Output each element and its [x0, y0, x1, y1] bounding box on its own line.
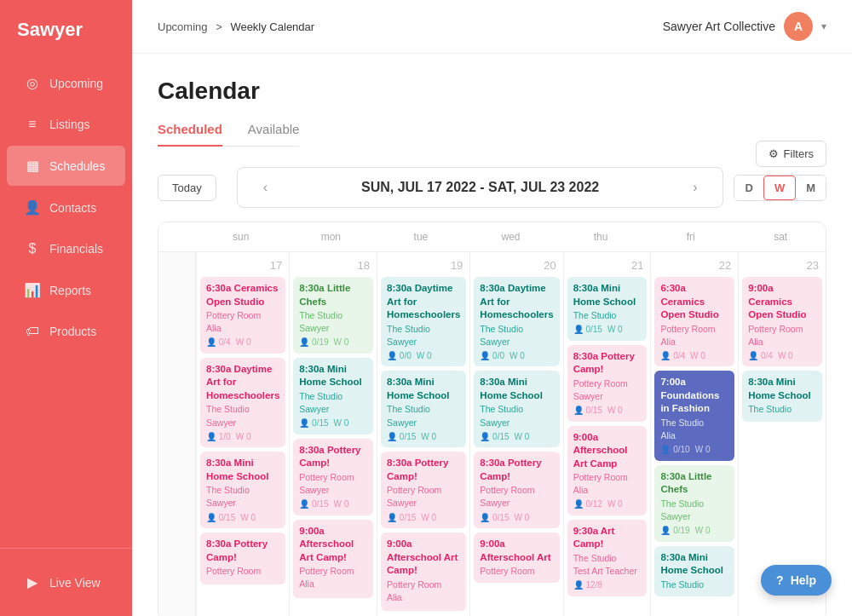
- breadcrumb: Upcoming > Weekly Calendar: [158, 20, 314, 33]
- day-col-wed: 20 8:30a Daytime Art for Homeschoolers T…: [469, 252, 562, 616]
- tab-available[interactable]: Available: [248, 122, 300, 147]
- chevron-down-icon[interactable]: ▾: [821, 20, 826, 32]
- event-card[interactable]: 9:00a Afterschool Art Pottery Room: [474, 533, 559, 583]
- sidebar-item-upcoming[interactable]: ◎ Upcoming: [7, 63, 125, 103]
- event-card[interactable]: 8:30a Mini Home School The Studio 👤 0/15…: [567, 277, 648, 341]
- day-header-sat: sat: [735, 222, 826, 251]
- event-card[interactable]: 8:30a Mini Home School The Studio Sawyer…: [381, 371, 466, 447]
- sidebar: Sawyer ◎ Upcoming ≡ Listings ▦ Schedules…: [0, 0, 132, 616]
- sidebar-item-label: Products: [49, 325, 96, 338]
- sidebar-item-products[interactable]: 🏷 Products: [7, 312, 125, 351]
- calendar-grid: sun mon tue wed thu fri sat 17 6:30a Cer…: [158, 222, 826, 616]
- products-icon: 🏷: [24, 324, 41, 339]
- sidebar-item-liveview[interactable]: ▶ Live View: [7, 562, 125, 602]
- day-col-mon: 18 8:30a Little Chefs The Studio Sawyer …: [289, 252, 377, 616]
- help-label: Help: [791, 573, 816, 587]
- event-card[interactable]: 9:00a Afterschool Art Camp! Pottery Room…: [293, 520, 373, 598]
- event-card[interactable]: 8:30a Mini Home School The Studio Sawyer…: [293, 358, 373, 435]
- event-card[interactable]: 8:30a Daytime Art for Homeschoolers The …: [200, 358, 285, 447]
- help-icon: ?: [776, 573, 784, 587]
- day-number-17: 17: [200, 257, 285, 277]
- event-card[interactable]: 6:30a Ceramics Open Studio Pottery Room …: [654, 277, 734, 366]
- day-number-21: 21: [567, 257, 648, 277]
- view-day-button[interactable]: D: [734, 176, 763, 200]
- day-col-tue: 19 8:30a Daytime Art for Homeschoolers T…: [377, 252, 469, 616]
- day-number-18: 18: [293, 257, 373, 277]
- day-number-23: 23: [742, 257, 822, 277]
- day-header-sun: sun: [196, 222, 286, 251]
- financials-icon: $: [24, 241, 41, 256]
- event-card[interactable]: 9:00a Afterschool Art Camp Pottery Room …: [567, 426, 648, 515]
- day-col-sat: 23 9:00a Ceramics Open Studio Pottery Ro…: [738, 252, 826, 616]
- event-card[interactable]: 8:30a Pottery Camp! Pottery Room Sawyer …: [381, 452, 466, 528]
- filters-button[interactable]: ⚙ Filters: [756, 141, 826, 167]
- view-month-button[interactable]: M: [796, 176, 826, 200]
- event-card[interactable]: 8:30a Pottery Camp! Pottery Room: [200, 533, 285, 584]
- day-header-fri: fri: [646, 222, 736, 251]
- sidebar-item-financials[interactable]: $ Financials: [7, 229, 125, 268]
- date-range: SUN, JUL 17 2022 - SAT, JUL 23 2022: [285, 180, 676, 195]
- day-col-sun: 17 6:30a Ceramics Open Studio Pottery Ro…: [196, 252, 289, 616]
- sidebar-nav: ◎ Upcoming ≡ Listings ▦ Schedules 👤 Cont…: [0, 56, 132, 548]
- schedules-icon: ▦: [24, 158, 41, 174]
- event-card[interactable]: 8:30a Daytime Art for Homeschoolers The …: [474, 277, 559, 366]
- event-card[interactable]: 8:30a Pottery Camp! Pottery Room Sawyer …: [474, 452, 559, 528]
- day-header-thu: thu: [556, 222, 646, 251]
- next-arrow[interactable]: ›: [684, 176, 705, 199]
- liveview-icon: ▶: [24, 574, 41, 590]
- day-header-tue: tue: [376, 222, 466, 251]
- filters-label: Filters: [784, 147, 814, 160]
- header-right: Sawyer Art Collective A ▾: [663, 12, 826, 41]
- sidebar-item-contacts[interactable]: 👤 Contacts: [7, 187, 125, 227]
- filters-icon: ⚙: [769, 147, 779, 160]
- event-card[interactable]: 9:00a Afterschool Art Camp! Pottery Room…: [381, 533, 466, 611]
- view-week-button[interactable]: W: [763, 176, 796, 200]
- sidebar-item-reports[interactable]: 📊 Reports: [7, 270, 125, 310]
- event-card[interactable]: 8:30a Pottery Camp! Pottery Room Sawyer …: [293, 439, 373, 515]
- event-card[interactable]: 7:00a Foundations in Fashion The Studio …: [654, 371, 734, 460]
- contacts-icon: 👤: [24, 199, 41, 216]
- today-button[interactable]: Today: [158, 175, 216, 201]
- event-card[interactable]: 8:30a Daytime Art for Homeschoolers The …: [381, 277, 466, 366]
- listings-icon: ≡: [24, 117, 41, 132]
- breadcrumb-parent[interactable]: Upcoming: [158, 20, 208, 33]
- sidebar-item-label: Financials: [49, 242, 103, 256]
- day-number-19: 19: [381, 257, 466, 277]
- page-title: Calendar: [158, 78, 826, 105]
- event-card[interactable]: 6:30a Ceramics Open Studio Pottery Room …: [200, 277, 285, 354]
- event-card[interactable]: 8:30a Little Chefs The Studio Sawyer 👤 0…: [293, 277, 373, 354]
- sidebar-item-label: Reports: [49, 284, 91, 297]
- event-card[interactable]: 9:00a Ceramics Open Studio Pottery Room …: [742, 277, 822, 366]
- event-card[interactable]: 8:30a Mini Home School The Studio: [654, 546, 734, 596]
- event-card[interactable]: 8:30a Mini Home School The Studio: [742, 371, 822, 421]
- day-number-20: 20: [474, 257, 559, 277]
- sidebar-item-schedules[interactable]: ▦ Schedules: [7, 146, 125, 186]
- calendar-tabs: Scheduled Available: [158, 122, 299, 147]
- event-card[interactable]: 8:30a Mini Home School The Studio Sawyer…: [200, 452, 285, 528]
- sidebar-item-label: Contacts: [49, 201, 96, 215]
- event-card[interactable]: 8:30a Mini Home School The Studio Sawyer…: [474, 371, 559, 447]
- app-logo: Sawyer: [0, 0, 132, 56]
- tab-scheduled[interactable]: Scheduled: [158, 122, 222, 147]
- sidebar-item-label: Live View: [49, 576, 101, 590]
- day-col-thu: 21 8:30a Mini Home School The Studio 👤 0…: [563, 252, 651, 616]
- reports-icon: 📊: [24, 282, 41, 298]
- avatar[interactable]: A: [784, 12, 813, 41]
- sidebar-item-listings[interactable]: ≡ Listings: [7, 105, 125, 144]
- event-card[interactable]: 9:30a Art Camp! The Studio Test Art Teac…: [567, 520, 648, 596]
- breadcrumb-separator: >: [216, 20, 222, 33]
- breadcrumb-current: Weekly Calendar: [230, 20, 314, 33]
- day-header-wed: wed: [466, 222, 556, 251]
- day-col-fri: 22 6:30a Ceramics Open Studio Pottery Ro…: [650, 252, 738, 616]
- upcoming-icon: ◎: [24, 75, 41, 91]
- view-buttons: D W M: [734, 175, 826, 201]
- prev-arrow[interactable]: ‹: [255, 176, 276, 199]
- sidebar-item-label: Listings: [49, 118, 89, 131]
- event-card[interactable]: 8:30a Little Chefs The Studio Sawyer 👤 0…: [654, 465, 734, 542]
- content-area: Calendar Scheduled Available ⚙ Filters T…: [132, 54, 852, 616]
- sidebar-bottom: ▶ Live View: [0, 548, 132, 616]
- main-content: Upcoming > Weekly Calendar Sawyer Art Co…: [132, 0, 852, 616]
- org-name: Sawyer Art Collective: [663, 20, 775, 33]
- event-card[interactable]: 8:30a Pottery Camp! Pottery Room Sawyer …: [567, 345, 648, 422]
- help-button[interactable]: ? Help: [761, 565, 832, 596]
